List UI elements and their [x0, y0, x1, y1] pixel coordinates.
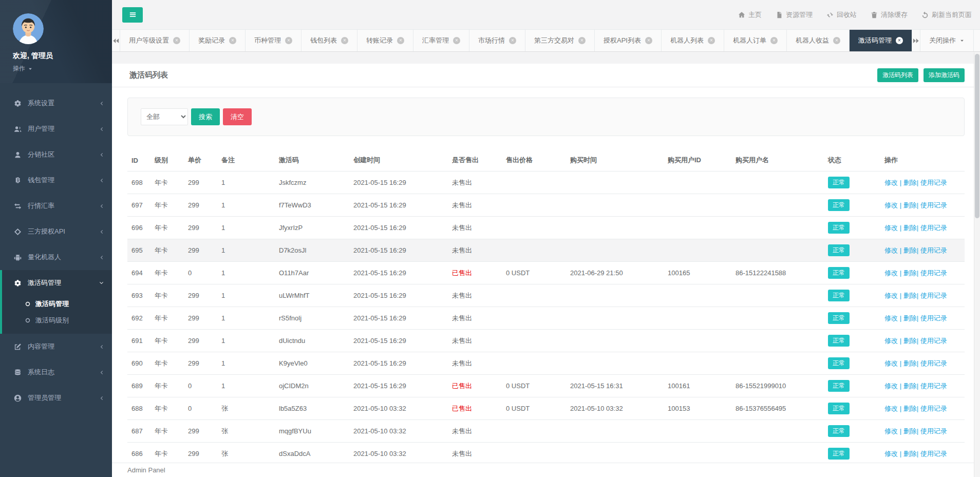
sidebar-item[interactable]: 三方授权API — [0, 219, 112, 244]
edit-link[interactable]: 修改 — [884, 405, 898, 412]
delete-link[interactable]: 删除 — [903, 427, 917, 435]
edit-link[interactable]: 修改 — [884, 450, 898, 457]
delete-link[interactable]: 删除 — [903, 224, 917, 232]
sidebar-item[interactable]: 分销社区 — [0, 142, 112, 167]
edit-link[interactable]: 修改 — [884, 179, 898, 186]
usage-log-link[interactable]: 使用记录 — [920, 201, 947, 209]
delete-link[interactable]: 删除 — [903, 359, 917, 367]
usage-log-link[interactable]: 使用记录 — [920, 292, 947, 299]
usage-log-link[interactable]: 使用记录 — [920, 224, 947, 232]
tab-市场行情[interactable]: 市场行情× — [469, 30, 525, 51]
usage-log-link[interactable]: 使用记录 — [920, 382, 947, 390]
close-icon[interactable]: × — [578, 37, 586, 44]
close-icon[interactable]: × — [770, 37, 778, 44]
close-icon[interactable]: × — [397, 37, 404, 44]
top-link-0[interactable]: 主页 — [738, 10, 762, 20]
vertical-scrollbar[interactable] — [974, 52, 980, 477]
sidebar-item[interactable]: 内容管理 — [0, 334, 112, 359]
tab-机器人列表[interactable]: 机器人列表× — [662, 30, 724, 51]
usage-log-link[interactable]: 使用记录 — [920, 427, 947, 435]
delete-link[interactable]: 删除 — [903, 246, 917, 254]
top-link-1[interactable]: 资源管理 — [776, 10, 813, 20]
close-icon[interactable]: × — [285, 37, 292, 44]
close-icon[interactable]: × — [833, 37, 840, 44]
edit-link[interactable]: 修改 — [884, 292, 898, 299]
sidebar-toggle-button[interactable] — [122, 7, 143, 23]
tab-授权API列表[interactable]: 授权API列表× — [595, 30, 662, 51]
activation-list-button[interactable]: 激活码列表 — [877, 68, 918, 82]
sidebar-item[interactable]: 激活码管理 — [2, 270, 112, 296]
search-button[interactable]: 搜索 — [191, 108, 220, 125]
edit-link[interactable]: 修改 — [884, 337, 898, 345]
close-icon[interactable]: × — [509, 37, 516, 44]
close-icon[interactable]: × — [229, 37, 236, 44]
edit-link[interactable]: 修改 — [884, 359, 898, 367]
sidebar-item[interactable]: 用户管理 — [0, 116, 112, 142]
usage-log-link[interactable]: 使用记录 — [920, 337, 947, 345]
top-link-3[interactable]: 清除缓存 — [871, 10, 908, 20]
sidebar-item-label: 行情汇率 — [28, 201, 54, 211]
sidebar-item[interactable]: 管理员管理 — [0, 385, 112, 411]
edit-link[interactable]: 修改 — [884, 427, 898, 435]
delete-link[interactable]: 删除 — [903, 382, 917, 390]
close-icon[interactable]: × — [708, 37, 715, 44]
profile-action-dropdown[interactable]: 操作 — [13, 64, 104, 73]
filter-select[interactable]: 全部 — [141, 108, 188, 125]
delete-link[interactable]: 删除 — [903, 292, 917, 299]
close-operations-dropdown[interactable]: 关闭操作 — [920, 30, 973, 51]
edit-link[interactable]: 修改 — [884, 314, 898, 322]
sidebar-item[interactable]: 系统日志 — [0, 359, 112, 385]
usage-log-link[interactable]: 使用记录 — [920, 314, 947, 322]
sidebar-subitem[interactable]: 激活码管理 — [2, 296, 112, 312]
tab-用户等级设置[interactable]: 用户等级设置× — [120, 30, 190, 51]
top-link-4[interactable]: 刷新当前页面 — [921, 10, 972, 20]
tab-激活码管理[interactable]: 激活码管理× — [850, 30, 912, 51]
sidebar-subitem[interactable]: 激活码级别 — [2, 312, 112, 329]
tab-转账记录[interactable]: 转账记录× — [357, 30, 413, 51]
close-icon[interactable]: × — [896, 37, 903, 44]
close-icon[interactable]: × — [453, 37, 460, 44]
scrollbar-thumb[interactable] — [975, 54, 979, 218]
top-link-2[interactable]: 回收站 — [826, 10, 857, 20]
delete-link[interactable]: 删除 — [903, 179, 917, 186]
scroll-tabs-left-button[interactable] — [112, 30, 120, 51]
delete-link[interactable]: 删除 — [903, 405, 917, 412]
edit-link[interactable]: 修改 — [884, 269, 898, 277]
logout-button[interactable]: 退出 — [973, 30, 980, 51]
edit-link[interactable]: 修改 — [884, 246, 898, 254]
usage-log-link[interactable]: 使用记录 — [920, 405, 947, 412]
avatar[interactable] — [13, 13, 44, 44]
sidebar-item[interactable]: 系统设置 — [0, 90, 112, 116]
close-icon[interactable]: × — [173, 37, 180, 44]
close-icon[interactable]: × — [341, 37, 348, 44]
tab-机器人订单[interactable]: 机器人订单× — [724, 30, 787, 51]
sidebar-item[interactable]: 钱包管理 — [0, 167, 112, 193]
delete-link[interactable]: 删除 — [903, 337, 917, 345]
clear-button[interactable]: 清空 — [223, 108, 252, 125]
add-activation-code-button[interactable]: 添加激活码 — [924, 68, 965, 82]
tab-机器人收益[interactable]: 机器人收益× — [787, 30, 850, 51]
edit-link[interactable]: 修改 — [884, 201, 898, 209]
sold-status: 未售出 — [452, 359, 472, 367]
usage-log-link[interactable]: 使用记录 — [920, 359, 947, 367]
usage-log-link[interactable]: 使用记录 — [920, 269, 947, 277]
delete-link[interactable]: 删除 — [903, 450, 917, 457]
sidebar-item[interactable]: 量化机器人 — [0, 244, 112, 270]
edit-link[interactable]: 修改 — [884, 382, 898, 390]
footer-text: Admin Panel — [127, 466, 165, 474]
tab-币种管理[interactable]: 币种管理× — [246, 30, 301, 51]
tab-第三方交易对[interactable]: 第三方交易对× — [525, 30, 595, 51]
delete-link[interactable]: 删除 — [903, 314, 917, 322]
sidebar-item[interactable]: 行情汇率 — [0, 193, 112, 219]
delete-link[interactable]: 删除 — [903, 269, 917, 277]
usage-log-link[interactable]: 使用记录 — [920, 450, 947, 457]
delete-link[interactable]: 删除 — [903, 201, 917, 209]
scroll-tabs-right-button[interactable] — [912, 30, 920, 51]
close-icon[interactable]: × — [645, 37, 652, 44]
usage-log-link[interactable]: 使用记录 — [920, 246, 947, 254]
tab-汇率管理[interactable]: 汇率管理× — [413, 30, 469, 51]
tab-钱包列表[interactable]: 钱包列表× — [301, 30, 357, 51]
usage-log-link[interactable]: 使用记录 — [920, 179, 947, 186]
tab-奖励记录[interactable]: 奖励记录× — [190, 30, 246, 51]
edit-link[interactable]: 修改 — [884, 224, 898, 232]
